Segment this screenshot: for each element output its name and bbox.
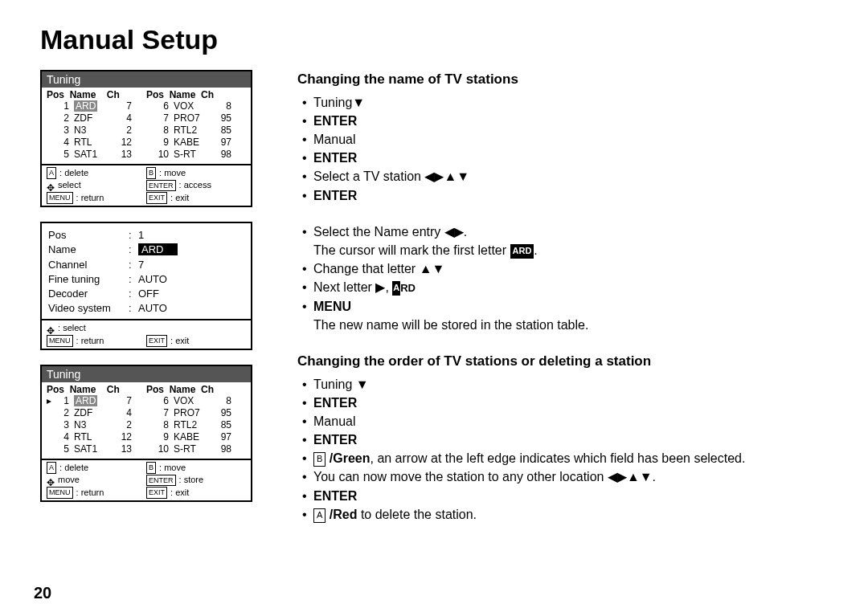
- step-item: A /Red to delete the station.: [302, 505, 828, 524]
- step-item: ENTER: [302, 112, 828, 130]
- page-title: Manual Setup: [40, 24, 828, 55]
- step-item: Manual: [302, 130, 828, 149]
- value-pos: 1: [138, 228, 244, 243]
- table-row: 6VOX8: [146, 100, 246, 112]
- step-item: ENTER: [302, 149, 828, 167]
- dpad-icon: [47, 476, 55, 484]
- label-channel: Channel: [48, 258, 129, 272]
- hint-delete: : delete: [59, 167, 88, 179]
- menu-key-icon: MENU: [47, 192, 73, 204]
- step-item: Next letter ▶, ARD: [302, 278, 828, 296]
- section1-steps: Tuning▼ ENTER Manual ENTER Select a TV s…: [297, 93, 828, 205]
- b-key-icon: B: [313, 452, 326, 467]
- b-key-icon: B: [146, 462, 156, 474]
- step-item: ENTER: [302, 186, 828, 205]
- left-column: Tuning Pos Name Ch Pos Name Ch 1ARD72ZDF…: [40, 70, 265, 516]
- table-row: 7PRO795: [146, 407, 246, 419]
- dpad-icon: [47, 324, 55, 333]
- tuning-panel-1: Tuning Pos Name Ch Pos Name Ch 1ARD72ZDF…: [40, 70, 252, 207]
- hdr-pos: Pos: [47, 384, 64, 395]
- ard-cursor-icon: ARD: [510, 244, 534, 259]
- table-row: 10S-RT98: [146, 149, 246, 161]
- section1-steps-b: Select the Name entry ◀▶.The cursor will…: [297, 222, 828, 334]
- step-item: ENTER: [302, 430, 828, 449]
- table-row: 3N32: [47, 124, 146, 137]
- step-item: Change that letter ▲▼: [302, 259, 828, 278]
- table-row: 3N32: [47, 419, 146, 431]
- hdr-ch: Ch: [107, 89, 120, 100]
- table-row: 10S-RT98: [146, 443, 246, 455]
- value-channel: 7: [138, 258, 244, 272]
- label-name: Name: [48, 243, 129, 257]
- value-name-selected: ARD: [138, 243, 178, 255]
- hdr-pos: Pos: [146, 89, 164, 100]
- table-row: 9KABE97: [146, 137, 246, 149]
- hint-delete: : delete: [59, 462, 88, 474]
- a-cursor-icon: A: [392, 281, 400, 296]
- exit-key-icon: EXIT: [146, 192, 167, 204]
- step-item: Select a TV station ◀▶▲▼: [302, 167, 828, 186]
- table-row: ▸1ARD7: [47, 395, 146, 407]
- hdr-ch: Ch: [107, 384, 120, 395]
- table-row: 2ZDF4: [47, 112, 146, 124]
- step-item: You can now move the station to any othe…: [302, 467, 828, 486]
- label-decoder: Decoder: [48, 287, 129, 301]
- value-decoder: OFF: [138, 287, 244, 301]
- hdr-name: Name: [170, 89, 196, 100]
- label-video: Video system: [48, 301, 129, 316]
- hint-return: : return: [76, 335, 104, 347]
- hint-return: : return: [76, 192, 104, 204]
- hdr-name: Name: [70, 384, 96, 395]
- table-row: 6VOX8: [146, 395, 246, 407]
- hint-move: : move: [159, 462, 186, 474]
- hint-exit: : exit: [170, 487, 189, 499]
- hint-select: select: [58, 179, 81, 191]
- panel-title: Tuning: [42, 71, 251, 88]
- value-fine: AUTO: [138, 272, 244, 287]
- label-pos: Pos: [48, 228, 129, 243]
- table-row: 8RTL285: [146, 419, 246, 431]
- a-key-icon: A: [313, 508, 326, 523]
- step-item: ENTER: [302, 487, 828, 505]
- menu-key-icon: MENU: [47, 487, 73, 499]
- hint-move: : move: [159, 167, 186, 179]
- table-row: 5SAT113: [47, 443, 146, 455]
- exit-key-icon: EXIT: [146, 487, 167, 499]
- panel-title: Tuning: [42, 366, 251, 382]
- dpad-icon: [47, 182, 55, 190]
- a-key-icon: A: [47, 462, 56, 474]
- step-item: Tuning▼: [302, 93, 828, 112]
- table-row: 2ZDF4: [47, 407, 146, 419]
- table-row: 4RTL12: [47, 431, 146, 443]
- step-item: Select the Name entry ◀▶.The cursor will…: [302, 222, 828, 259]
- tuning-panel-3: Tuning Pos Name Ch Pos Name Ch ▸1ARD72ZD…: [40, 365, 252, 502]
- page-number: 20: [34, 584, 51, 602]
- hint-move: move: [58, 474, 80, 486]
- hdr-ch: Ch: [201, 384, 214, 395]
- menu-key-icon: MENU: [47, 335, 73, 347]
- table-row: 7PRO795: [146, 112, 246, 124]
- hint-exit: : exit: [170, 192, 189, 204]
- hdr-pos: Pos: [47, 89, 64, 100]
- station-form-panel: Pos:1 Name:ARD Channel:7 Fine tuning:AUT…: [40, 222, 252, 350]
- label-fine: Fine tuning: [48, 272, 129, 287]
- section1-heading: Changing the name of TV stations: [297, 70, 828, 90]
- step-item: MENUThe new name will be stored in the s…: [302, 297, 828, 334]
- a-key-icon: A: [47, 167, 56, 179]
- hdr-name: Name: [70, 89, 96, 100]
- table-row: 5SAT113: [47, 149, 146, 161]
- value-video: AUTO: [138, 301, 244, 316]
- table-row: 1ARD7: [47, 100, 146, 112]
- exit-key-icon: EXIT: [146, 335, 167, 347]
- hint-access: : access: [179, 179, 211, 191]
- enter-key-icon: ENTER: [146, 475, 176, 487]
- section2-steps: Tuning ▼ ENTER Manual ENTER B /Green, an…: [297, 375, 828, 524]
- enter-key-icon: ENTER: [146, 180, 176, 192]
- hdr-pos: Pos: [146, 384, 164, 395]
- hdr-ch: Ch: [201, 89, 214, 100]
- hint-store: : store: [179, 474, 204, 486]
- step-item: B /Green, an arrow at the left edge indi…: [302, 449, 828, 467]
- b-key-icon: B: [146, 167, 156, 179]
- hint-exit: : exit: [170, 335, 189, 347]
- step-item: Tuning ▼: [302, 375, 828, 394]
